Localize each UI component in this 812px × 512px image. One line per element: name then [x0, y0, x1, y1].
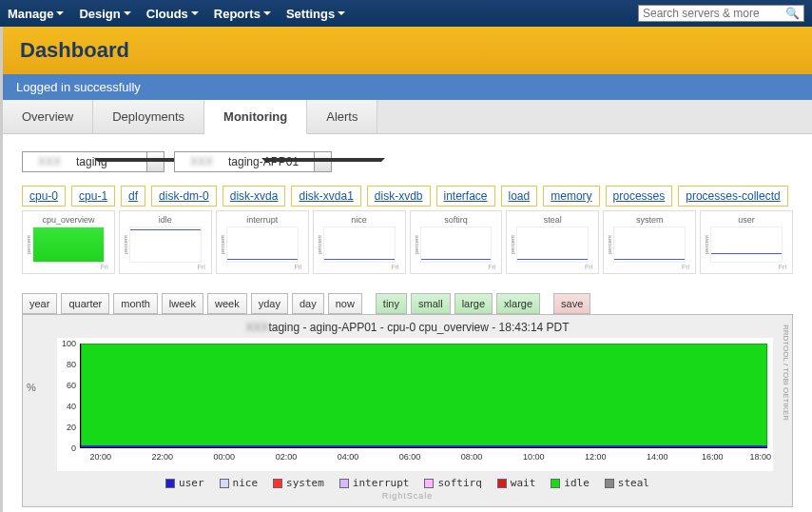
nav-design[interactable]: Design	[79, 7, 130, 21]
tab-deployments[interactable]: Deployments	[93, 100, 204, 133]
rrdtool-credit: RRDTOOL / TOBI OETIKER	[782, 325, 790, 421]
legend-wait: wait	[497, 477, 536, 489]
flash-message: Logged in successfully	[0, 74, 812, 100]
thumb-user[interactable]: user percent Fri	[700, 210, 793, 274]
range-week[interactable]: week	[207, 293, 247, 314]
chart-footer: RightScale	[29, 491, 786, 501]
thumb-cpu-overview[interactable]: cpu_overview percent Fri	[22, 210, 115, 274]
chart-legend: user nice system interrupt softirq wait …	[29, 471, 786, 491]
page-header: Dashboard	[0, 27, 812, 74]
metric-df[interactable]: df	[121, 186, 145, 207]
metric-disk-dm-0[interactable]: disk-dm-0	[151, 186, 217, 207]
chart-title: XXXtaging - aging-APP01 - cpu-0 cpu_over…	[29, 321, 786, 334]
metric-processes[interactable]: processes	[606, 186, 673, 207]
range-month[interactable]: month	[113, 293, 158, 314]
legend-nice: nice	[220, 477, 259, 489]
range-year[interactable]: year	[22, 293, 57, 314]
size-tiny[interactable]: tiny	[376, 293, 407, 314]
caret-down-icon	[56, 11, 64, 15]
size-small[interactable]: small	[411, 293, 451, 314]
thumb-nice[interactable]: nice percent Fri	[313, 210, 406, 274]
nav-reports[interactable]: Reports	[214, 7, 271, 21]
legend-steal: steal	[605, 477, 649, 489]
page-title: Dashboard	[20, 38, 795, 63]
dropdown-icon[interactable]	[314, 152, 331, 171]
content-area: XXXtaging XXXtaging-APP01 cpu-0 cpu-1 df…	[0, 134, 812, 512]
legend-user: user	[165, 477, 204, 489]
tab-alerts[interactable]: Alerts	[307, 100, 377, 133]
range-quarter[interactable]: quarter	[61, 293, 109, 314]
range-now[interactable]: now	[328, 293, 362, 314]
range-lweek[interactable]: lweek	[162, 293, 203, 314]
top-nav: Manage Design Clouds Reports Settings 🔍	[0, 0, 812, 27]
legend-softirq: softirq	[424, 477, 481, 489]
search-icon[interactable]: 🔍	[785, 7, 800, 20]
chart-panel: XXXtaging - aging-APP01 - cpu-0 cpu_over…	[22, 314, 793, 507]
range-day[interactable]: day	[292, 293, 324, 314]
size-xlarge[interactable]: xlarge	[496, 293, 540, 314]
legend-system: system	[273, 477, 324, 489]
deployment-select[interactable]: XXXtaging	[22, 151, 164, 172]
metric-disk-xvda[interactable]: disk-xvda	[222, 186, 286, 207]
chart-user-line	[81, 445, 767, 447]
metric-list: cpu-0 cpu-1 df disk-dm-0 disk-xvda disk-…	[22, 186, 793, 207]
tab-overview[interactable]: Overview	[3, 100, 93, 133]
caret-down-icon	[191, 11, 199, 15]
tab-monitoring[interactable]: Monitoring	[204, 100, 307, 134]
chart-area[interactable]: 100 80 60 40 20 0 20:00 22:00 00:00 02:0…	[57, 338, 773, 471]
nav-manage[interactable]: Manage	[8, 7, 64, 21]
thumb-idle[interactable]: idle percent Fri	[119, 210, 212, 274]
permalink-icon[interactable]: %	[27, 382, 36, 393]
dropdown-icon[interactable]	[146, 152, 164, 171]
range-controls: year quarter month lweek week yday day n…	[22, 293, 793, 314]
thumb-interrupt[interactable]: interrupt percent Fri	[216, 210, 309, 274]
metric-disk-xvda1[interactable]: disk-xvda1	[291, 186, 360, 207]
nav-settings[interactable]: Settings	[286, 7, 345, 21]
metric-cpu-1[interactable]: cpu-1	[71, 186, 115, 207]
tab-bar: Overview Deployments Monitoring Alerts	[0, 100, 812, 134]
legend-interrupt: interrupt	[339, 477, 410, 489]
metric-load[interactable]: load	[501, 186, 538, 207]
search-input[interactable]	[643, 7, 785, 20]
server-select[interactable]: XXXtaging-APP01	[174, 151, 332, 172]
caret-down-icon	[124, 11, 131, 15]
caret-down-icon	[338, 11, 345, 15]
legend-idle: idle	[551, 477, 590, 489]
thumb-steal[interactable]: steal percent Fri	[506, 210, 599, 274]
caret-down-icon	[263, 11, 271, 15]
metric-cpu-0[interactable]: cpu-0	[22, 186, 66, 207]
metric-processes-collectd[interactable]: processes-collectd	[678, 186, 787, 207]
chart-idle-area	[81, 344, 767, 447]
nav-clouds[interactable]: Clouds	[146, 7, 199, 21]
range-yday[interactable]: yday	[251, 293, 288, 314]
search-box[interactable]: 🔍	[638, 5, 804, 22]
metric-interface[interactable]: interface	[436, 186, 495, 207]
thumbnail-row: cpu_overview percent Fri idle percent Fr…	[22, 210, 793, 274]
size-large[interactable]: large	[454, 293, 493, 314]
thumb-softirq[interactable]: softirq percent Fri	[410, 210, 503, 274]
metric-memory[interactable]: memory	[543, 186, 599, 207]
save-button[interactable]: save	[553, 293, 590, 314]
metric-disk-xvdb[interactable]: disk-xvdb	[367, 186, 431, 207]
thumb-system[interactable]: system percent Fri	[603, 210, 696, 274]
